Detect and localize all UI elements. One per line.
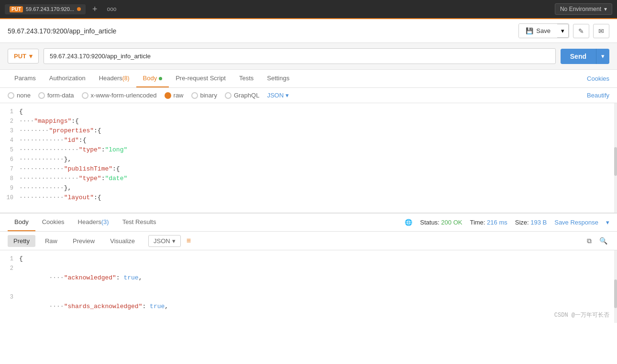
tab-url: 59.67.243.170:920...	[26, 6, 74, 12]
code-line: 2 ····"acknowledged": true,	[0, 264, 617, 292]
status-ok: 200 OK	[441, 219, 462, 226]
response-pretty-button[interactable]: Pretty	[8, 235, 35, 247]
request-title: 59.67.243.170:9200/app_info_article	[8, 27, 514, 35]
response-tabs: Body Cookies Headers(3) Test Results 🌐 S…	[0, 214, 617, 232]
scrollbar-track	[614, 103, 617, 213]
method-selector[interactable]: PUT ▾	[8, 49, 39, 64]
top-bar: PUT 59.67.243.170:920... + ooo No Enviro…	[0, 0, 617, 19]
title-bar: 59.67.243.170:9200/app_info_article 💾 Sa…	[0, 19, 617, 43]
body-type-binary[interactable]: binary	[191, 92, 217, 99]
radio-none	[8, 92, 14, 99]
code-line: 1 {	[0, 254, 617, 264]
body-type-urlencoded[interactable]: x-www-form-urlencoded	[82, 92, 157, 99]
globe-icon: 🌐	[405, 219, 412, 226]
url-input[interactable]	[44, 48, 556, 64]
body-type-none[interactable]: none	[8, 92, 31, 99]
response-status-bar: 🌐 Status: 200 OK Time: 216 ms Size: 193 …	[405, 219, 609, 226]
response-scrollbar-track	[614, 250, 617, 323]
radio-form-data	[38, 92, 45, 99]
tab-authorization[interactable]: Authorization	[43, 70, 92, 87]
response-time: 216 ms	[487, 219, 507, 226]
save-response-button[interactable]: Save Response	[554, 219, 598, 226]
chevron-down-icon: ▾	[286, 92, 289, 99]
code-line: 4 ············"id":{	[0, 136, 617, 145]
tab-headers[interactable]: Headers(8)	[92, 70, 136, 87]
comment-button[interactable]: ✉	[593, 24, 609, 38]
more-options-button[interactable]: ooo	[104, 6, 119, 12]
json-format-selector[interactable]: JSON ▾	[267, 92, 289, 99]
code-line: 7 ············"publishTime":{	[0, 164, 617, 174]
edit-icon: ✎	[578, 27, 584, 35]
code-line: 10 ············"layout":{	[0, 193, 617, 203]
cookies-button[interactable]: Cookies	[587, 70, 609, 87]
send-button[interactable]: Send	[561, 49, 596, 64]
code-line: 2 ····"mappings":{	[0, 117, 617, 126]
send-dropdown-button[interactable]: ▾	[596, 49, 609, 64]
beautify-button[interactable]: Beautify	[587, 92, 609, 99]
body-type-form-data[interactable]: form-data	[38, 92, 74, 99]
tab-body[interactable]: Body	[136, 70, 169, 87]
body-active-dot	[159, 77, 162, 80]
response-tab-body[interactable]: Body	[8, 214, 35, 231]
code-line: 6 ············},	[0, 155, 617, 164]
save-dropdown-button[interactable]: ▾	[557, 24, 569, 38]
response-size: 193 B	[530, 219, 547, 226]
tab-tests[interactable]: Tests	[232, 70, 260, 87]
code-line: 4 ····"index": "app_info_article"	[0, 321, 617, 323]
scrollbar-thumb	[614, 147, 617, 176]
edit-button[interactable]: ✎	[573, 24, 589, 38]
response-body[interactable]: 1 { 2 ····"acknowledged": true, 3 ····"s…	[0, 250, 617, 323]
code-line: 8 ················"type":"date"	[0, 174, 617, 183]
response-tab-cookies[interactable]: Cookies	[35, 214, 71, 231]
chevron-down-icon: ▾	[29, 53, 33, 60]
radio-raw	[165, 92, 171, 99]
response-visualize-button[interactable]: Visualize	[104, 235, 141, 247]
watermark: CSDN @一万年可长否	[554, 311, 609, 319]
new-tab-button[interactable]: +	[89, 4, 100, 14]
filter-icon-button[interactable]: ≡	[185, 235, 193, 247]
response-scrollbar-thumb	[614, 279, 617, 308]
copy-icon: ⧉	[587, 237, 592, 245]
tab-params[interactable]: Params	[8, 70, 43, 87]
body-type-bar: none form-data x-www-form-urlencoded raw…	[0, 88, 617, 103]
environment-selector[interactable]: No Environment ▾	[555, 3, 612, 15]
request-body-editor[interactable]: 1 { 2 ····"mappings":{ 3 ········"proper…	[0, 103, 617, 213]
code-line: 3 ········"properties":{	[0, 126, 617, 136]
body-type-graphql[interactable]: GraphQL	[225, 92, 259, 99]
filter-icon: ≡	[187, 236, 191, 245]
url-bar: PUT ▾ Send ▾	[0, 43, 617, 70]
copy-response-button[interactable]: ⧉	[585, 235, 594, 247]
response-raw-button[interactable]: Raw	[39, 235, 63, 247]
method-badge: PUT	[10, 6, 23, 12]
tab-settings[interactable]: Settings	[260, 70, 296, 87]
chevron-down-icon[interactable]: ▾	[606, 219, 609, 226]
tab-pre-request-script[interactable]: Pre-request Script	[169, 70, 232, 87]
radio-urlencoded	[82, 92, 88, 99]
request-tab[interactable]: PUT 59.67.243.170:920...	[5, 4, 86, 14]
radio-binary	[191, 92, 198, 99]
chevron-down-icon: ▾	[601, 53, 605, 60]
comment-icon: ✉	[598, 27, 604, 35]
response-tab-test-results[interactable]: Test Results	[116, 214, 163, 231]
search-icon: 🔍	[599, 237, 607, 245]
response-tab-headers[interactable]: Headers(3)	[71, 214, 116, 231]
body-type-raw[interactable]: raw	[165, 92, 184, 99]
chevron-down-icon: ▾	[604, 6, 607, 12]
chevron-down-icon: ▾	[561, 27, 564, 34]
code-line: 1 {	[0, 107, 617, 117]
radio-graphql	[225, 92, 231, 99]
search-response-button[interactable]: 🔍	[597, 235, 609, 246]
code-line: 9 ············},	[0, 183, 617, 193]
response-preview-button[interactable]: Preview	[67, 235, 100, 247]
response-toolbar: Pretty Raw Preview Visualize JSON ▾ ≡ ⧉ …	[0, 232, 617, 250]
method-label: PUT	[14, 53, 26, 60]
title-actions: 💾 Save ▾ ✎ ✉	[518, 23, 609, 38]
save-button[interactable]: 💾 Save	[519, 24, 557, 38]
response-area: Body Cookies Headers(3) Test Results 🌐 S…	[0, 213, 617, 323]
chevron-down-icon: ▾	[172, 237, 176, 245]
request-tabs: Params Authorization Headers(8) Body Pre…	[0, 70, 617, 88]
code-line: 3 ····"shards_acknowledged": true,	[0, 292, 617, 321]
response-format-selector[interactable]: JSON ▾	[148, 235, 181, 247]
code-line: 5 ················"type":"long"	[0, 145, 617, 155]
save-icon: 💾	[526, 27, 533, 34]
